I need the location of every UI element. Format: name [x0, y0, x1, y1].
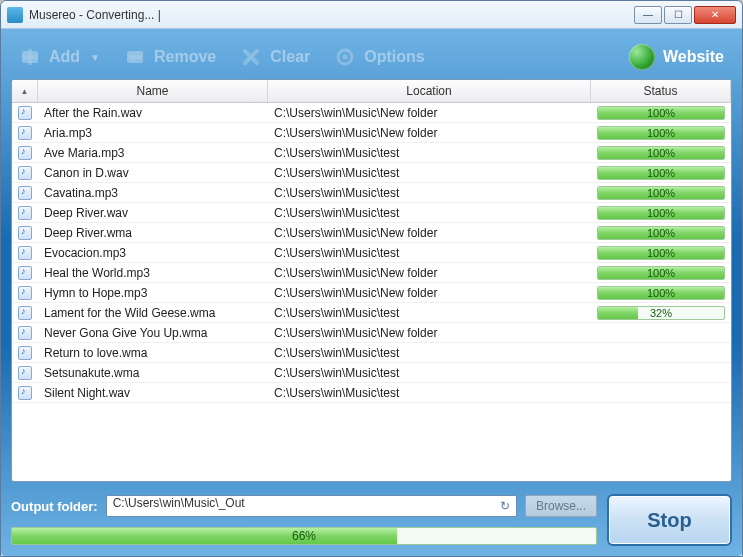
file-location: C:\Users\win\Music\test: [268, 186, 591, 200]
table-row[interactable]: Setsunakute.wmaC:\Users\win\Music\test: [12, 363, 731, 383]
progress-bar: 100%: [597, 186, 725, 200]
file-location: C:\Users\win\Music\New folder: [268, 286, 591, 300]
progress-label: 100%: [598, 107, 724, 119]
close-button[interactable]: ✕: [694, 6, 736, 24]
clear-icon: [240, 46, 262, 68]
maximize-button[interactable]: ☐: [664, 6, 692, 24]
music-file-icon: [18, 366, 32, 380]
grid-body[interactable]: After the Rain.wavC:\Users\win\Music\New…: [12, 103, 731, 481]
music-file-icon: [18, 226, 32, 240]
progress-bar: 100%: [597, 246, 725, 260]
file-location: C:\Users\win\Music\New folder: [268, 266, 591, 280]
add-button[interactable]: Add ▼: [19, 46, 100, 68]
globe-icon: [629, 44, 655, 70]
remove-button[interactable]: Remove: [124, 46, 216, 68]
file-icon-cell: [12, 286, 38, 300]
overall-progress: 66%: [11, 527, 597, 545]
file-icon-cell: [12, 146, 38, 160]
table-row[interactable]: Aria.mp3C:\Users\win\Music\New folder100…: [12, 123, 731, 143]
header-icon-col[interactable]: ▲: [12, 80, 38, 102]
website-button[interactable]: Website: [629, 44, 724, 70]
file-icon-cell: [12, 226, 38, 240]
file-status: 100%: [591, 186, 731, 200]
file-name: Cavatina.mp3: [38, 186, 268, 200]
music-file-icon: [18, 246, 32, 260]
header-name[interactable]: Name: [38, 80, 268, 102]
minimize-button[interactable]: —: [634, 6, 662, 24]
browse-button[interactable]: Browse...: [525, 495, 597, 517]
progress-bar: 100%: [597, 146, 725, 160]
file-name: Hymn to Hope.mp3: [38, 286, 268, 300]
output-folder-value: C:\Users\win\Music\_Out: [113, 496, 245, 510]
file-location: C:\Users\win\Music\test: [268, 166, 591, 180]
file-location: C:\Users\win\Music\test: [268, 246, 591, 260]
music-file-icon: [18, 126, 32, 140]
file-icon-cell: [12, 186, 38, 200]
file-icon-cell: [12, 106, 38, 120]
file-name: Evocacion.mp3: [38, 246, 268, 260]
table-row[interactable]: Heal the World.mp3C:\Users\win\Music\New…: [12, 263, 731, 283]
file-status: 100%: [591, 246, 731, 260]
overall-progress-label: 66%: [12, 528, 596, 544]
progress-label: 100%: [598, 187, 724, 199]
window-buttons: — ☐ ✕: [634, 6, 736, 24]
add-label: Add: [49, 48, 80, 66]
file-location: C:\Users\win\Music\New folder: [268, 326, 591, 340]
remove-label: Remove: [154, 48, 216, 66]
progress-bar: 100%: [597, 226, 725, 240]
grid-header: ▲ Name Location Status: [12, 80, 731, 103]
progress-label: 100%: [598, 267, 724, 279]
table-row[interactable]: Evocacion.mp3C:\Users\win\Music\test100%: [12, 243, 731, 263]
toolbar: Add ▼ Remove Clear Options: [11, 35, 732, 79]
table-row[interactable]: Hymn to Hope.mp3C:\Users\win\Music\New f…: [12, 283, 731, 303]
table-row[interactable]: Cavatina.mp3C:\Users\win\Music\test100%: [12, 183, 731, 203]
options-button[interactable]: Options: [334, 46, 424, 68]
table-row[interactable]: Silent Night.wavC:\Users\win\Music\test: [12, 383, 731, 403]
table-row[interactable]: Deep River.wavC:\Users\win\Music\test100…: [12, 203, 731, 223]
music-file-icon: [18, 386, 32, 400]
header-status[interactable]: Status: [591, 80, 731, 102]
table-row[interactable]: After the Rain.wavC:\Users\win\Music\New…: [12, 103, 731, 123]
chevron-down-icon: ▼: [90, 52, 100, 63]
file-name: Deep River.wav: [38, 206, 268, 220]
table-row[interactable]: Return to love.wmaC:\Users\win\Music\tes…: [12, 343, 731, 363]
file-name: Setsunakute.wma: [38, 366, 268, 380]
file-name: Canon in D.wav: [38, 166, 268, 180]
file-location: C:\Users\win\Music\test: [268, 346, 591, 360]
stop-button[interactable]: Stop: [607, 494, 732, 546]
file-status: 32%: [591, 306, 731, 320]
table-row[interactable]: Canon in D.wavC:\Users\win\Music\test100…: [12, 163, 731, 183]
progress-label: 100%: [598, 127, 724, 139]
table-row[interactable]: Never Gona Give You Up.wmaC:\Users\win\M…: [12, 323, 731, 343]
clear-label: Clear: [270, 48, 310, 66]
file-location: C:\Users\win\Music\test: [268, 386, 591, 400]
file-icon-cell: [12, 326, 38, 340]
remove-icon: [124, 46, 146, 68]
file-name: Silent Night.wav: [38, 386, 268, 400]
file-icon-cell: [12, 306, 38, 320]
table-row[interactable]: Ave Maria.mp3C:\Users\win\Music\test100%: [12, 143, 731, 163]
file-name: Lament for the Wild Geese.wma: [38, 306, 268, 320]
progress-label: 100%: [598, 227, 724, 239]
clear-button[interactable]: Clear: [240, 46, 310, 68]
file-icon-cell: [12, 346, 38, 360]
window: Musereo - Converting... | — ☐ ✕ Add ▼ Re…: [0, 0, 743, 557]
output-folder-input[interactable]: C:\Users\win\Music\_Out ↻: [106, 495, 517, 517]
table-row[interactable]: Deep River.wmaC:\Users\win\Music\New fol…: [12, 223, 731, 243]
file-name: Deep River.wma: [38, 226, 268, 240]
file-status: 100%: [591, 146, 731, 160]
progress-bar: 100%: [597, 206, 725, 220]
file-location: C:\Users\win\Music\test: [268, 206, 591, 220]
music-file-icon: [18, 286, 32, 300]
progress-label: 32%: [598, 307, 724, 319]
file-icon-cell: [12, 386, 38, 400]
file-name: After the Rain.wav: [38, 106, 268, 120]
file-status: 100%: [591, 286, 731, 300]
header-location[interactable]: Location: [268, 80, 591, 102]
refresh-icon[interactable]: ↻: [497, 498, 513, 514]
add-icon: [19, 46, 41, 68]
progress-bar: 100%: [597, 106, 725, 120]
titlebar[interactable]: Musereo - Converting... | — ☐ ✕: [1, 1, 742, 29]
music-file-icon: [18, 106, 32, 120]
table-row[interactable]: Lament for the Wild Geese.wmaC:\Users\wi…: [12, 303, 731, 323]
